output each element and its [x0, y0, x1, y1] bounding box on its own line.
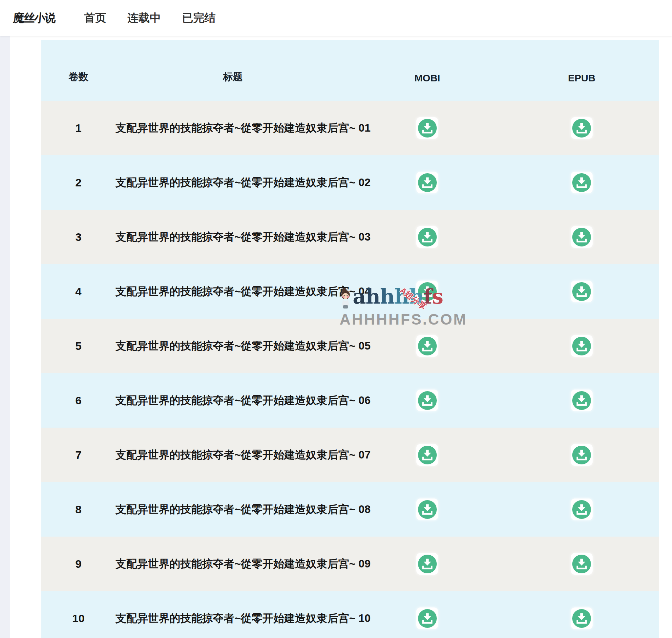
navbar: 魔丝小说 首页 连载中 已完结: [0, 0, 672, 36]
table-row: 8 支配异世界的技能掠夺者~從零开始建造奴隶后宫~ 08: [41, 482, 659, 537]
mobi-download-button[interactable]: [416, 389, 438, 411]
volume-number: 1: [41, 122, 116, 135]
download-icon: [572, 173, 591, 192]
download-icon: [572, 500, 591, 519]
volume-title: 支配异世界的技能掠夺者~從零开始建造奴隶后宫~ 01: [116, 121, 350, 136]
table-row: 9 支配异世界的技能掠夺者~從零开始建造奴隶后宫~ 09: [41, 537, 659, 591]
table-row: 10 支配异世界的技能掠夺者~從零开始建造奴隶后宫~ 10: [41, 591, 659, 638]
download-icon: [572, 555, 591, 573]
volume-title: 支配异世界的技能掠夺者~從零开始建造奴隶后宫~ 03: [116, 230, 350, 245]
epub-download-button[interactable]: [571, 389, 593, 411]
download-icon: [418, 500, 437, 519]
download-icon: [418, 609, 437, 628]
volume-number: 4: [41, 285, 116, 298]
mobi-download-button[interactable]: [416, 499, 438, 520]
epub-download-button[interactable]: [571, 335, 593, 357]
volume-title: 支配异世界的技能掠夺者~從零开始建造奴隶后宫~ 04: [116, 284, 350, 299]
site-logo[interactable]: 魔丝小说: [13, 11, 55, 26]
epub-download-button[interactable]: [571, 281, 593, 302]
download-icon: [418, 446, 437, 465]
nav-completed[interactable]: 已完结: [182, 12, 216, 24]
mobi-download-button[interactable]: [416, 226, 438, 248]
nav-home[interactable]: 首页: [84, 12, 106, 24]
download-icon: [418, 228, 437, 247]
download-icon: [418, 119, 437, 137]
volume-number: 6: [41, 394, 116, 407]
volume-number: 3: [41, 231, 116, 244]
epub-download-button[interactable]: [571, 553, 593, 575]
volume-title: 支配异世界的技能掠夺者~從零开始建造奴隶后宫~ 08: [116, 502, 350, 517]
table-row: 1 支配异世界的技能掠夺者~從零开始建造奴隶后宫~ 01: [41, 101, 659, 155]
mobi-download-button[interactable]: [416, 335, 438, 357]
table-header-row: 卷数 标题 MOBI EPUB: [41, 40, 659, 101]
watermark-domain: AHHHHFS.COM: [340, 310, 467, 328]
mobi-download-button[interactable]: [416, 444, 438, 466]
epub-download-button[interactable]: [571, 117, 593, 139]
header-epub: EPUB: [504, 72, 659, 101]
epub-download-button[interactable]: [571, 444, 593, 466]
volume-number: 8: [41, 503, 116, 516]
volume-number: 2: [41, 176, 116, 189]
header-title: 标题: [116, 70, 350, 101]
epub-download-button[interactable]: [571, 499, 593, 520]
volume-number: 5: [41, 340, 116, 352]
table-row: 3 支配异世界的技能掠夺者~從零开始建造奴隶后宫~ 03: [41, 210, 659, 264]
download-icon: [572, 119, 591, 137]
watermark-brand-text: ahhhhfs: [353, 284, 443, 309]
page-gutter: [0, 36, 10, 638]
volume-title: 支配异世界的技能掠夺者~從零开始建造奴隶后宫~ 07: [116, 448, 350, 463]
mobi-download-button[interactable]: [416, 117, 438, 139]
mobi-download-button[interactable]: [416, 553, 438, 575]
table-row: 2 支配异世界的技能掠夺者~從零开始建造奴隶后宫~ 02: [41, 155, 659, 210]
volume-number: 7: [41, 449, 116, 461]
volume-table: 卷数 标题 MOBI EPUB 1 支配异世界的技能掠夺者~從零开始建造奴隶后宫…: [41, 40, 659, 638]
download-icon: [418, 337, 437, 355]
epub-download-button[interactable]: [571, 172, 593, 193]
volume-number: 9: [41, 558, 116, 570]
header-volume: 卷数: [41, 70, 116, 101]
watermark: ahhhhfs A姐分享 AHHHHFS.COM: [340, 284, 467, 328]
download-icon: [572, 228, 591, 247]
header-mobi: MOBI: [350, 72, 505, 101]
download-icon: [418, 173, 437, 192]
mobi-download-button[interactable]: [416, 607, 438, 629]
girl-avatar-icon: [340, 287, 351, 310]
mobi-download-button[interactable]: [416, 172, 438, 193]
epub-download-button[interactable]: [571, 226, 593, 248]
epub-download-button[interactable]: [571, 607, 593, 629]
volume-number: 10: [41, 612, 116, 625]
volume-title: 支配异世界的技能掠夺者~從零开始建造奴隶后宫~ 02: [116, 175, 350, 190]
table-row: 6 支配异世界的技能掠夺者~從零开始建造奴隶后宫~ 06: [41, 373, 659, 427]
volume-title: 支配异世界的技能掠夺者~從零开始建造奴隶后宫~ 10: [116, 611, 350, 626]
download-icon: [418, 555, 437, 573]
nav-serializing[interactable]: 连载中: [127, 12, 161, 24]
download-icon: [572, 391, 591, 410]
download-icon: [572, 282, 591, 301]
volume-title: 支配异世界的技能掠夺者~從零开始建造奴隶后宫~ 05: [116, 339, 350, 353]
download-icon: [418, 391, 437, 410]
main-nav: 首页 连载中 已完结: [84, 11, 235, 26]
table-body: 1 支配异世界的技能掠夺者~從零开始建造奴隶后宫~ 01 2: [41, 101, 659, 638]
table-row: 7 支配异世界的技能掠夺者~從零开始建造奴隶后宫~ 07: [41, 427, 659, 482]
download-icon: [572, 337, 591, 355]
download-icon: [572, 609, 591, 628]
volume-title: 支配异世界的技能掠夺者~從零开始建造奴隶后宫~ 09: [116, 557, 350, 571]
download-icon: [572, 446, 591, 465]
volume-title: 支配异世界的技能掠夺者~從零开始建造奴隶后宫~ 06: [116, 393, 350, 408]
